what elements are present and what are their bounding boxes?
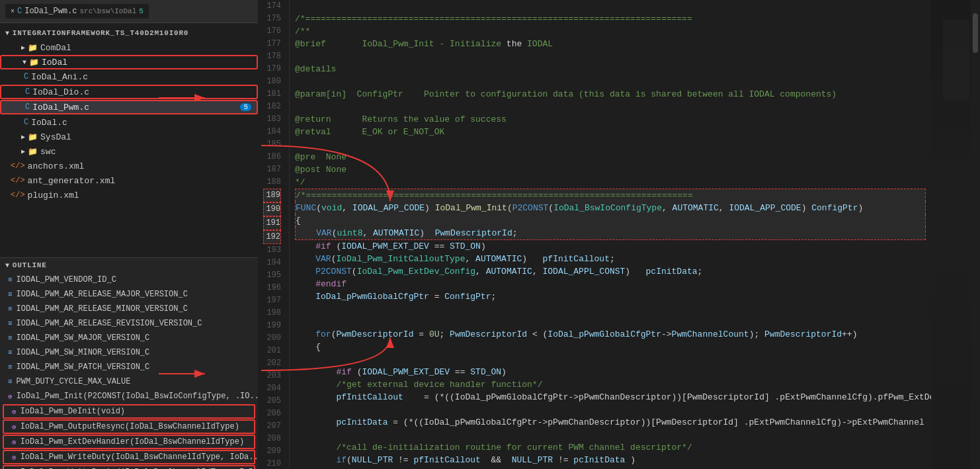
vertical-scrollbar[interactable] bbox=[971, 0, 980, 469]
code-line-190: FUNC(void, IODAL_APP_CODE) IoDal_Pwm_Ini… bbox=[295, 202, 926, 214]
line-numbers: 174 175 176 177 178 179 180 181 182 183 … bbox=[258, 0, 290, 469]
code-line-194: VAR(IoDal_Pwm_InitCalloutType, AUTOMATIC… bbox=[295, 253, 926, 265]
iodal-c-label: IoDal.c bbox=[31, 118, 67, 128]
explorer-tree: ▼ INTEGRATIONFRAMEWORK_TS_T40D2M10I0R0 ▶… bbox=[0, 23, 258, 257]
line-num: 205 bbox=[263, 395, 281, 407]
line-num: 180 bbox=[263, 75, 281, 88]
tab-change-count: 5 bbox=[139, 7, 143, 15]
outline-deinit-fn-label: IoDal_Pwm_DeInit(void) bbox=[20, 407, 125, 416]
sidebar-item-iodal-ani[interactable]: C IoDal_Ani.c bbox=[0, 69, 258, 84]
outline-header[interactable]: ▼ OUTLINE bbox=[0, 258, 258, 273]
outline-item-writeduty-fn[interactable]: ⊕ IoDal_Pwm_WriteDuty(IoDal_BswChannelId… bbox=[3, 450, 255, 464]
minimap bbox=[931, 0, 971, 469]
outline-item-extdev-fn[interactable]: ⊕ IoDal_Pwm_ExtDevHandler(IoDal_BswChann… bbox=[3, 435, 255, 449]
file-tab[interactable]: × C IoDal_Pwm.c src\bsw\IoDal 5 bbox=[5, 4, 149, 19]
sidebar-item-ant[interactable]: </> ant_generator.xml bbox=[0, 173, 258, 188]
outline-item-duty-max[interactable]: ≡ PWM_DUTY_CYCLE_MAX_VALUE bbox=[0, 374, 258, 389]
line-num: 192 bbox=[263, 230, 281, 244]
line-num: 178 bbox=[263, 50, 281, 63]
iodal-ani-label: IoDal_Ani.c bbox=[31, 72, 88, 82]
chevron-down-icon3: ▼ bbox=[5, 262, 10, 269]
sidebar-item-anchors[interactable]: </> anchors.xml bbox=[0, 159, 258, 173]
sidebar: × C IoDal_Pwm.c src\bsw\IoDal 5 ▼ INTEGR… bbox=[0, 0, 258, 469]
outline-item-sw-patch[interactable]: ≡ IODAL_PWM_SW_PATCH_VERSION_C bbox=[0, 360, 258, 374]
main-content: 174 175 176 177 178 179 180 181 182 183 … bbox=[258, 0, 980, 469]
sidebar-item-iodal[interactable]: ▼ 📁 IoDal bbox=[0, 55, 258, 69]
line-num: 203 bbox=[263, 370, 281, 382]
tab-file-icon: C bbox=[17, 7, 22, 16]
field-icon8: ≡ bbox=[8, 378, 13, 386]
code-line-186: @pre None bbox=[295, 151, 926, 163]
code-line-185 bbox=[295, 138, 926, 151]
code-line-208 bbox=[295, 429, 926, 441]
outline-extdev-fn-label: IoDal_Pwm_ExtDevHandler(IoDal_BswChannel… bbox=[20, 437, 244, 447]
code-line-204: /*get external device handler function*/ bbox=[295, 378, 926, 391]
outline-item-resync-fn[interactable]: ⊕ IoDal_Pwm_OutputResync(IoDal_BswChanne… bbox=[3, 419, 255, 434]
tab-file-name: IoDal_Pwm.c bbox=[24, 7, 77, 16]
close-icon[interactable]: × bbox=[11, 8, 15, 15]
code-line-182 bbox=[295, 101, 926, 113]
sidebar-item-plugin[interactable]: </> plugin.xml bbox=[0, 188, 258, 202]
sidebar-item-iodal-dio[interactable]: C IoDal_Dio.c bbox=[0, 85, 258, 99]
outline-resync-fn-label: IoDal_Pwm_OutputResync(IoDal_BswChannelI… bbox=[20, 422, 239, 431]
code-line-207: pcInitData = (*((IoDal_pPwmGlobalCfgPtr-… bbox=[295, 416, 926, 429]
outline-item-minor[interactable]: ≡ IODAL_PWM_AR_RELEASE_MINOR_VERSION_C bbox=[0, 302, 258, 316]
outline-revision-label: IODAL_PWM_AR_RELEASE_REVISION_VERSION_C bbox=[17, 319, 202, 328]
code-line-210: if(NULL_PTR != pfInitCallout && NULL_PTR… bbox=[295, 454, 926, 466]
scrollbar-thumb[interactable] bbox=[973, 13, 978, 53]
outline-item-writeperiod-fn[interactable]: ⊕ IoDal_Pwm_WritePeriod(IoDal_BswChannel… bbox=[3, 465, 255, 469]
code-line-191: { bbox=[295, 214, 926, 227]
line-num: 191 bbox=[263, 216, 281, 230]
sidebar-item-swc[interactable]: ▶ 📁 swc bbox=[0, 144, 258, 159]
line-num: 202 bbox=[263, 357, 281, 370]
code-editor[interactable]: /*======================================… bbox=[290, 0, 931, 469]
code-line-178 bbox=[295, 50, 926, 63]
chevron-right-icon2: ▶ bbox=[21, 133, 25, 141]
sidebar-item-sysdal[interactable]: ▶ 📁 SysDal bbox=[0, 130, 258, 144]
code-line-202 bbox=[295, 353, 926, 366]
line-num: 187 bbox=[263, 163, 281, 176]
field-icon7: ≡ bbox=[8, 363, 13, 371]
code-line-177: @brief IoDal_Pwm_Init - Initialize the I… bbox=[295, 38, 926, 50]
method-icon3: ⊕ bbox=[12, 423, 17, 431]
line-num: 194 bbox=[263, 257, 281, 269]
code-line-196: #endif bbox=[295, 278, 926, 290]
line-num: 196 bbox=[263, 282, 281, 294]
outline-sw-patch-label: IODAL_PWM_SW_PATCH_VERSION_C bbox=[17, 362, 150, 372]
plugin-label: plugin.xml bbox=[28, 191, 79, 200]
comdal-label: ComDal bbox=[40, 43, 71, 53]
outline-item-revision[interactable]: ≡ IODAL_PWM_AR_RELEASE_REVISION_VERSION_… bbox=[0, 316, 258, 331]
code-line-174 bbox=[295, 0, 926, 13]
method-icon2: ⊕ bbox=[12, 407, 17, 416]
code-line-211: { bbox=[295, 466, 926, 469]
outline-item-sw-major[interactable]: ≡ IODAL_PWM_SW_MAJOR_VERSION_C bbox=[0, 331, 258, 345]
outline-item-init-fn[interactable]: ⊕ IoDal_Pwm_Init(P2CONST(IoDal_BswIoConf… bbox=[0, 389, 258, 404]
anchors-label: anchors.xml bbox=[28, 161, 85, 171]
code-line-199 bbox=[295, 316, 926, 328]
code-line-183: @return Returns the value of success bbox=[295, 113, 926, 126]
code-line-180 bbox=[295, 75, 926, 88]
sidebar-item-iodal-c[interactable]: C IoDal.c bbox=[0, 115, 258, 130]
code-line-205: pfInitCallout = (*((IoDal_pPwmGlobalCfgP… bbox=[295, 391, 926, 404]
explorer-root[interactable]: ▼ INTEGRATIONFRAMEWORK_TS_T40D2M10I0R0 bbox=[0, 26, 258, 40]
outline-item-major[interactable]: ≡ IODAL_PWM_AR_RELEASE_MAJOR_VERSION_C bbox=[0, 287, 258, 302]
file-c-icon3: C bbox=[25, 103, 30, 112]
swc-label: swc bbox=[40, 147, 56, 157]
line-num: 174 bbox=[263, 0, 281, 13]
outline-duty-max-label: PWM_DUTY_CYCLE_MAX_VALUE bbox=[17, 377, 131, 386]
ant-label: ant_generator.xml bbox=[28, 176, 116, 186]
outline-major-label: IODAL_PWM_AR_RELEASE_MAJOR_VERSION_C bbox=[17, 290, 188, 299]
file-c-icon2: C bbox=[25, 87, 30, 97]
code-line-200: for(PwmDescriptorId = 0U; PwmDescriptorI… bbox=[295, 328, 926, 341]
outline-item-deinit-fn[interactable]: ⊕ IoDal_Pwm_DeInit(void) bbox=[3, 404, 255, 419]
file-c-icon: C bbox=[24, 72, 28, 81]
line-num: 198 bbox=[263, 307, 281, 320]
sidebar-item-iodal-pwm[interactable]: C IoDal_Pwm.c 5 bbox=[0, 100, 258, 114]
line-num: 195 bbox=[263, 269, 281, 282]
tab-file-path: src\bsw\IoDal bbox=[79, 7, 136, 15]
outline-item-sw-minor[interactable]: ≡ IODAL_PWM_SW_MINOR_VERSION_C bbox=[0, 345, 258, 360]
line-num: 181 bbox=[263, 88, 281, 101]
code-line-195: P2CONST(IoDal_Pwm_ExtDev_Config, AUTOMAT… bbox=[295, 265, 926, 278]
outline-item-vendor[interactable]: ≡ IODAL_PWM_VENDOR_ID_C bbox=[0, 273, 258, 287]
sidebar-item-comdal[interactable]: ▶ 📁 ComDal bbox=[0, 40, 258, 55]
